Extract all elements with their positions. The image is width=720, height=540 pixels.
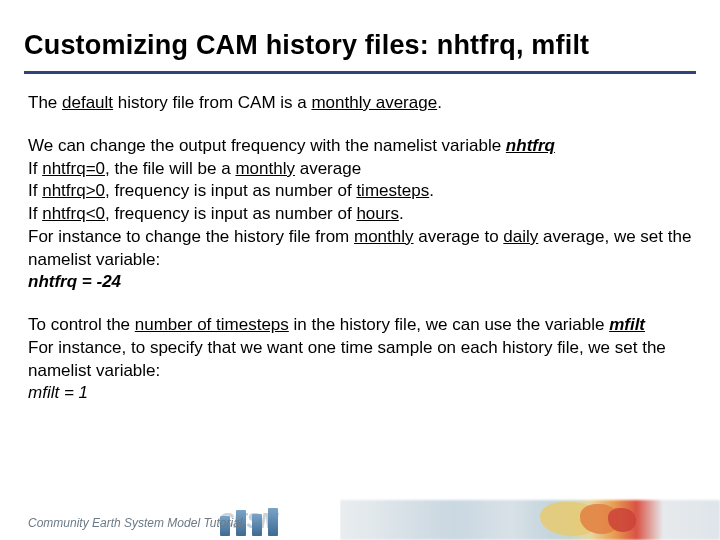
text: If [28, 204, 42, 223]
mfilt-paragraph: To control the number of timesteps in th… [28, 314, 692, 405]
text: The [28, 93, 62, 112]
text: We can change the output frequency with … [28, 136, 506, 155]
text-underline: default [62, 93, 113, 112]
text-underline: nhtfrq>0 [42, 181, 105, 200]
text: . [399, 204, 404, 223]
text-underline: daily [503, 227, 538, 246]
text: . [437, 93, 442, 112]
text: average [295, 159, 361, 178]
intro-paragraph: The default history file from CAM is a m… [28, 92, 692, 115]
slide: Customizing CAM history files: nhtfrq, m… [0, 0, 720, 540]
slide-body: The default history file from CAM is a m… [0, 74, 720, 405]
text-underline: monthly [354, 227, 414, 246]
text: average to [414, 227, 504, 246]
footer-map-decor [340, 494, 720, 540]
text-underline: hours [356, 204, 399, 223]
text: For instance to change the history file … [28, 227, 354, 246]
text-underline: number of timesteps [135, 315, 289, 334]
var-nhtfrq: nhtfrq [506, 136, 555, 155]
text: , frequency is input as number of [105, 181, 356, 200]
text-underline: monthly [235, 159, 295, 178]
text: , frequency is input as number of [105, 204, 356, 223]
footer: CESM Community Earth System Model Tutori… [0, 494, 720, 540]
text: history file from CAM is a [113, 93, 311, 112]
text: in the history file, we can use the vari… [289, 315, 609, 334]
var-mfilt: mfilt [609, 315, 645, 334]
nhtfrq-paragraph: We can change the output frequency with … [28, 135, 692, 294]
text: For instance, to specify that we want on… [28, 338, 666, 380]
code-mfilt-eq: mfilt = 1 [28, 383, 88, 402]
footer-text: Community Earth System Model Tutorial [28, 516, 243, 530]
text-underline: nhtfrq<0 [42, 204, 105, 223]
text: To control the [28, 315, 135, 334]
code-nhtfrq-eq: nhtfrq = -24 [28, 272, 121, 291]
text-underline: nhtfrq=0 [42, 159, 105, 178]
slide-title: Customizing CAM history files: nhtfrq, m… [0, 0, 720, 67]
text-underline: monthly average [311, 93, 437, 112]
text: . [429, 181, 434, 200]
text: If [28, 181, 42, 200]
text-underline: timesteps [356, 181, 429, 200]
text: , the file will be a [105, 159, 235, 178]
text: If [28, 159, 42, 178]
